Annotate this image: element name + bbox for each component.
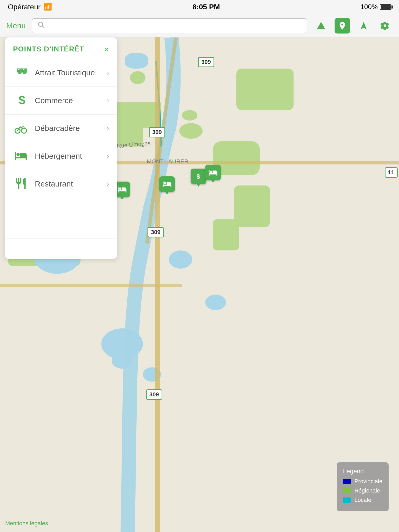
mentions-legales-link[interactable]: Mentions légales [5, 520, 48, 527]
panel-empty-1 [5, 198, 117, 218]
wifi-icon: 📶 [44, 3, 52, 11]
svg-point-6 [22, 70, 24, 72]
hebergement-icon [13, 149, 29, 163]
side-panel: POINTS D'INTÉRÊT × Attrait Touristique ›… [5, 37, 117, 259]
battery-percent: 100% [361, 3, 378, 11]
restaurant-icon [13, 177, 29, 191]
legend-title: Legend [343, 468, 382, 475]
road-sign-309-top: 309 [198, 57, 214, 67]
attrait-chevron: › [107, 69, 109, 77]
debarcadere-icon [13, 121, 29, 135]
battery-icon [380, 4, 391, 10]
search-input[interactable] [48, 22, 302, 30]
panel-close-button[interactable]: × [104, 45, 109, 54]
search-bar[interactable] [32, 18, 307, 33]
carrier-info: Opérateur 📶 [8, 3, 52, 11]
svg-point-5 [17, 70, 20, 72]
legend-color-locale [343, 497, 351, 503]
panel-item-hebergement[interactable]: Hébergement › [5, 142, 117, 170]
svg-marker-2 [317, 22, 325, 29]
commerce-icon: $ [13, 94, 29, 108]
navigate-button[interactable] [356, 18, 371, 34]
layers-button[interactable] [313, 18, 329, 34]
toolbar-icons [313, 18, 393, 34]
marker-commerce[interactable]: $ [191, 169, 206, 184]
legend-color-provinciale [343, 479, 351, 484]
svg-marker-3 [361, 22, 367, 30]
toolbar: Menu [0, 14, 399, 37]
settings-button[interactable] [377, 18, 393, 34]
debarcadere-label: Débarcadère [35, 124, 107, 133]
legend-item-regionale: Régionale [343, 487, 382, 494]
road-sign-right: 11 [385, 167, 398, 178]
battery-info: 100% [361, 3, 391, 11]
legend: Legend Provinciale Régionale Locale [337, 462, 389, 511]
map-label-montlaurier: MONT-LAURER [147, 158, 188, 165]
panel-item-restaurant[interactable]: Restaurant › [5, 170, 117, 198]
legend-item-locale: Locale [343, 497, 382, 503]
attrait-label: Attrait Touristique [35, 68, 107, 77]
debarcadere-chevron: › [107, 124, 109, 132]
svg-text:$: $ [19, 94, 25, 107]
search-icon [37, 21, 45, 30]
time-display: 8:05 PM [192, 3, 220, 11]
commerce-label: Commerce [35, 96, 107, 105]
panel-empty-3 [5, 238, 117, 259]
panel-title: POINTS D'INTÉRÊT [13, 45, 84, 53]
carrier-name: Opérateur [8, 3, 41, 11]
panel-item-commerce[interactable]: $ Commerce › [5, 87, 117, 115]
legend-label-regionale: Régionale [354, 487, 380, 494]
panel-item-attrait[interactable]: Attrait Touristique › [5, 59, 117, 87]
restaurant-label: Restaurant [35, 179, 107, 188]
svg-text:$: $ [197, 173, 200, 180]
status-bar: Opérateur 📶 8:05 PM 100% [0, 0, 399, 14]
marker-hebergement-2[interactable] [159, 176, 175, 192]
road-sign-309-lower: 309 [148, 227, 164, 237]
panel-empty-2 [5, 218, 117, 238]
legend-label-locale: Locale [354, 497, 371, 503]
menu-button[interactable]: Menu [6, 21, 26, 30]
location-pin-button[interactable] [335, 18, 350, 34]
road-sign-309-bottom: 309 [146, 389, 162, 400]
svg-line-1 [42, 26, 44, 28]
legend-color-regionale [343, 488, 351, 493]
hebergement-chevron: › [107, 152, 109, 160]
svg-point-0 [38, 22, 43, 26]
hebergement-label: Hébergement [35, 152, 107, 161]
legend-item-provinciale: Provinciale [343, 478, 382, 485]
panel-item-debarcadere[interactable]: Débarcadère › [5, 115, 117, 142]
attrait-icon [13, 66, 29, 80]
panel-header: POINTS D'INTÉRÊT × [5, 37, 117, 59]
marker-hebergement-3[interactable] [205, 165, 221, 180]
commerce-chevron: › [107, 96, 109, 105]
restaurant-chevron: › [107, 180, 109, 188]
legend-label-provinciale: Provinciale [354, 478, 382, 485]
road-sign-309-mid: 309 [149, 127, 165, 137]
